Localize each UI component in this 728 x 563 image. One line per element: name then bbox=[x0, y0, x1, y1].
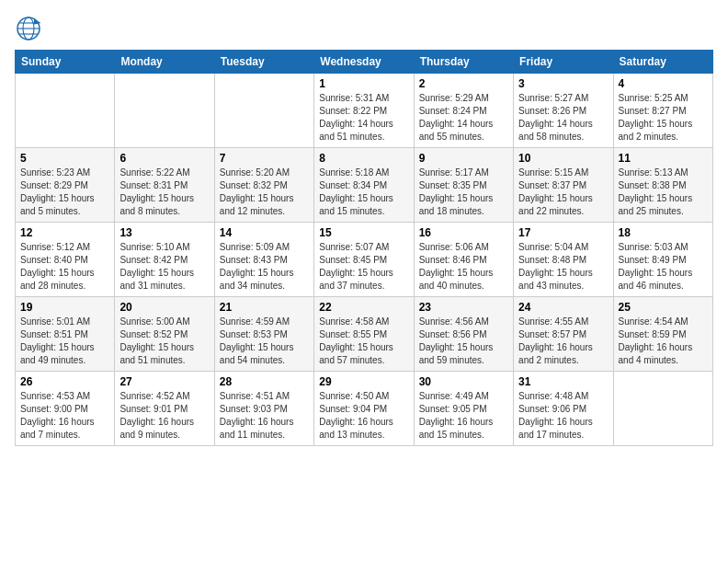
day-info: Sunrise: 5:13 AMSunset: 8:38 PMDaylight:… bbox=[619, 167, 708, 218]
page-header bbox=[15, 15, 713, 42]
calendar-cell: 27Sunrise: 4:52 AMSunset: 9:01 PMDayligh… bbox=[115, 372, 214, 446]
day-number: 20 bbox=[119, 301, 209, 314]
calendar-cell: 20Sunrise: 5:00 AMSunset: 8:52 PMDayligh… bbox=[115, 297, 214, 372]
day-info: Sunrise: 5:07 AMSunset: 8:45 PMDaylight:… bbox=[319, 241, 408, 293]
day-number: 14 bbox=[220, 226, 309, 239]
day-info: Sunrise: 4:52 AMSunset: 9:01 PMDaylight:… bbox=[119, 390, 209, 442]
day-info: Sunrise: 4:56 AMSunset: 8:56 PMDaylight:… bbox=[419, 316, 508, 367]
calendar-week-row: 5Sunrise: 5:23 AMSunset: 8:29 PMDaylight… bbox=[16, 148, 713, 223]
day-number: 26 bbox=[20, 375, 109, 388]
calendar-table: SundayMondayTuesdayWednesdayThursdayFrid… bbox=[15, 50, 713, 446]
calendar-cell: 6Sunrise: 5:22 AMSunset: 8:31 PMDaylight… bbox=[115, 148, 214, 223]
day-number: 7 bbox=[220, 152, 309, 165]
calendar-cell: 9Sunrise: 5:17 AMSunset: 8:35 PMDaylight… bbox=[414, 148, 513, 223]
calendar-cell: 21Sunrise: 4:59 AMSunset: 8:53 PMDayligh… bbox=[214, 297, 313, 372]
day-number: 11 bbox=[619, 152, 708, 165]
calendar-cell: 26Sunrise: 4:53 AMSunset: 9:00 PMDayligh… bbox=[16, 372, 115, 446]
calendar-cell: 8Sunrise: 5:18 AMSunset: 8:34 PMDaylight… bbox=[314, 148, 414, 223]
calendar-header-row: SundayMondayTuesdayWednesdayThursdayFrid… bbox=[16, 51, 713, 74]
day-info: Sunrise: 5:22 AMSunset: 8:31 PMDaylight:… bbox=[119, 167, 209, 218]
day-info: Sunrise: 5:18 AMSunset: 8:34 PMDaylight:… bbox=[319, 167, 408, 218]
day-number: 30 bbox=[419, 375, 508, 388]
day-info: Sunrise: 5:10 AMSunset: 8:42 PMDaylight:… bbox=[119, 241, 209, 293]
day-number: 10 bbox=[518, 152, 608, 165]
calendar-cell: 3Sunrise: 5:27 AMSunset: 8:26 PMDaylight… bbox=[514, 74, 613, 148]
day-info: Sunrise: 5:12 AMSunset: 8:40 PMDaylight:… bbox=[20, 241, 109, 293]
day-number: 24 bbox=[518, 301, 608, 314]
calendar-week-row: 1Sunrise: 5:31 AMSunset: 8:22 PMDaylight… bbox=[16, 74, 713, 148]
day-info: Sunrise: 4:51 AMSunset: 9:03 PMDaylight:… bbox=[220, 390, 309, 442]
day-info: Sunrise: 4:53 AMSunset: 9:00 PMDaylight:… bbox=[20, 390, 109, 442]
calendar-cell: 25Sunrise: 4:54 AMSunset: 8:59 PMDayligh… bbox=[613, 297, 712, 372]
calendar-cell: 13Sunrise: 5:10 AMSunset: 8:42 PMDayligh… bbox=[115, 223, 214, 297]
calendar-cell: 1Sunrise: 5:31 AMSunset: 8:22 PMDaylight… bbox=[314, 74, 414, 148]
calendar-cell: 11Sunrise: 5:13 AMSunset: 8:38 PMDayligh… bbox=[613, 148, 712, 223]
day-number: 3 bbox=[518, 77, 608, 90]
day-number: 16 bbox=[419, 226, 508, 239]
day-number: 2 bbox=[419, 77, 508, 90]
day-info: Sunrise: 5:01 AMSunset: 8:51 PMDaylight:… bbox=[20, 316, 109, 367]
day-info: Sunrise: 5:31 AMSunset: 8:22 PMDaylight:… bbox=[319, 92, 408, 144]
day-number: 27 bbox=[119, 375, 209, 388]
calendar-cell: 16Sunrise: 5:06 AMSunset: 8:46 PMDayligh… bbox=[414, 223, 513, 297]
day-info: Sunrise: 5:20 AMSunset: 8:32 PMDaylight:… bbox=[220, 167, 309, 218]
day-number: 19 bbox=[20, 301, 109, 314]
calendar-week-row: 19Sunrise: 5:01 AMSunset: 8:51 PMDayligh… bbox=[16, 297, 713, 372]
day-info: Sunrise: 5:03 AMSunset: 8:49 PMDaylight:… bbox=[619, 241, 708, 293]
day-number: 13 bbox=[119, 226, 209, 239]
day-number: 12 bbox=[20, 226, 109, 239]
calendar-cell: 15Sunrise: 5:07 AMSunset: 8:45 PMDayligh… bbox=[314, 223, 414, 297]
day-info: Sunrise: 4:48 AMSunset: 9:06 PMDaylight:… bbox=[518, 390, 608, 442]
calendar-cell: 31Sunrise: 4:48 AMSunset: 9:06 PMDayligh… bbox=[514, 372, 613, 446]
day-number: 8 bbox=[319, 152, 408, 165]
day-number: 18 bbox=[619, 226, 708, 239]
calendar-cell bbox=[16, 74, 115, 148]
day-info: Sunrise: 5:15 AMSunset: 8:37 PMDaylight:… bbox=[518, 167, 608, 218]
calendar-cell: 5Sunrise: 5:23 AMSunset: 8:29 PMDaylight… bbox=[16, 148, 115, 223]
column-header-wednesday: Wednesday bbox=[314, 51, 414, 74]
calendar-cell: 19Sunrise: 5:01 AMSunset: 8:51 PMDayligh… bbox=[16, 297, 115, 372]
day-info: Sunrise: 4:54 AMSunset: 8:59 PMDaylight:… bbox=[619, 316, 708, 367]
column-header-sunday: Sunday bbox=[16, 51, 115, 74]
logo-icon bbox=[15, 15, 42, 42]
day-info: Sunrise: 5:27 AMSunset: 8:26 PMDaylight:… bbox=[518, 92, 608, 144]
calendar-cell: 10Sunrise: 5:15 AMSunset: 8:37 PMDayligh… bbox=[514, 148, 613, 223]
calendar-cell: 7Sunrise: 5:20 AMSunset: 8:32 PMDaylight… bbox=[214, 148, 313, 223]
logo bbox=[15, 15, 46, 42]
calendar-cell bbox=[613, 372, 712, 446]
day-number: 22 bbox=[319, 301, 408, 314]
column-header-saturday: Saturday bbox=[613, 51, 712, 74]
day-number: 4 bbox=[619, 77, 708, 90]
day-number: 31 bbox=[518, 375, 608, 388]
calendar-cell bbox=[115, 74, 214, 148]
calendar-cell: 28Sunrise: 4:51 AMSunset: 9:03 PMDayligh… bbox=[214, 372, 313, 446]
day-info: Sunrise: 5:29 AMSunset: 8:24 PMDaylight:… bbox=[419, 92, 508, 144]
day-number: 21 bbox=[220, 301, 309, 314]
day-info: Sunrise: 4:55 AMSunset: 8:57 PMDaylight:… bbox=[518, 316, 608, 367]
day-info: Sunrise: 5:04 AMSunset: 8:48 PMDaylight:… bbox=[518, 241, 608, 293]
column-header-friday: Friday bbox=[514, 51, 613, 74]
calendar-cell: 22Sunrise: 4:58 AMSunset: 8:55 PMDayligh… bbox=[314, 297, 414, 372]
column-header-monday: Monday bbox=[115, 51, 214, 74]
day-number: 23 bbox=[419, 301, 508, 314]
column-header-tuesday: Tuesday bbox=[214, 51, 313, 74]
day-info: Sunrise: 5:17 AMSunset: 8:35 PMDaylight:… bbox=[419, 167, 508, 218]
day-number: 15 bbox=[319, 226, 408, 239]
calendar-week-row: 12Sunrise: 5:12 AMSunset: 8:40 PMDayligh… bbox=[16, 223, 713, 297]
day-number: 9 bbox=[419, 152, 508, 165]
day-info: Sunrise: 4:49 AMSunset: 9:05 PMDaylight:… bbox=[419, 390, 508, 442]
calendar-cell: 4Sunrise: 5:25 AMSunset: 8:27 PMDaylight… bbox=[613, 74, 712, 148]
calendar-cell: 18Sunrise: 5:03 AMSunset: 8:49 PMDayligh… bbox=[613, 223, 712, 297]
day-info: Sunrise: 4:59 AMSunset: 8:53 PMDaylight:… bbox=[220, 316, 309, 367]
day-info: Sunrise: 5:06 AMSunset: 8:46 PMDaylight:… bbox=[419, 241, 508, 293]
calendar-cell: 30Sunrise: 4:49 AMSunset: 9:05 PMDayligh… bbox=[414, 372, 513, 446]
day-number: 6 bbox=[119, 152, 209, 165]
calendar-cell: 17Sunrise: 5:04 AMSunset: 8:48 PMDayligh… bbox=[514, 223, 613, 297]
calendar-cell: 29Sunrise: 4:50 AMSunset: 9:04 PMDayligh… bbox=[314, 372, 414, 446]
day-number: 5 bbox=[20, 152, 109, 165]
day-info: Sunrise: 5:23 AMSunset: 8:29 PMDaylight:… bbox=[20, 167, 109, 218]
day-info: Sunrise: 4:50 AMSunset: 9:04 PMDaylight:… bbox=[319, 390, 408, 442]
day-info: Sunrise: 5:25 AMSunset: 8:27 PMDaylight:… bbox=[619, 92, 708, 144]
calendar-cell: 14Sunrise: 5:09 AMSunset: 8:43 PMDayligh… bbox=[214, 223, 313, 297]
calendar-cell: 24Sunrise: 4:55 AMSunset: 8:57 PMDayligh… bbox=[514, 297, 613, 372]
